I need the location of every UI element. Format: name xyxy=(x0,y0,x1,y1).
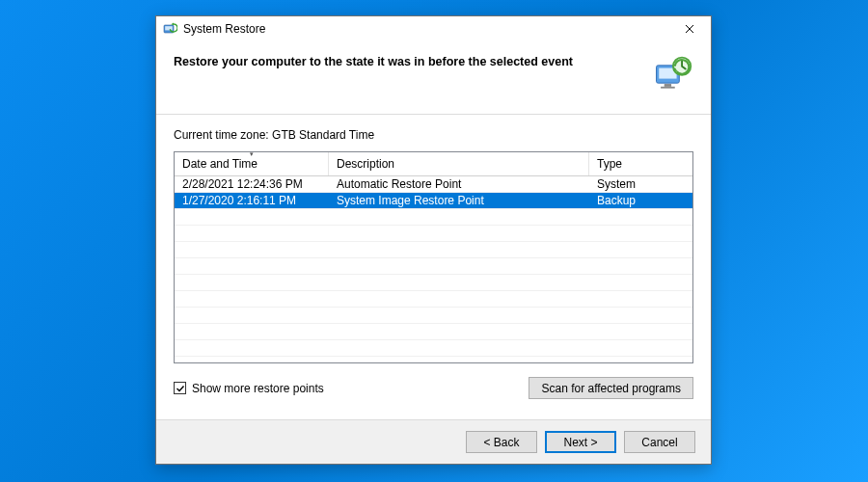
checkbox-box xyxy=(174,382,186,394)
table-row-empty xyxy=(175,275,692,291)
close-button[interactable] xyxy=(668,16,711,41)
show-more-label: Show more restore points xyxy=(192,382,324,395)
cancel-button[interactable]: Cancel xyxy=(624,431,695,453)
wizard-footer: < Back Next > Cancel xyxy=(156,419,711,464)
table-header: ▾ Date and Time Description Type xyxy=(175,152,692,176)
show-more-checkbox[interactable]: Show more restore points xyxy=(174,382,324,395)
table-row-empty xyxy=(175,209,692,226)
table-body: 2/28/2021 12:24:36 PM Automatic Restore … xyxy=(175,176,692,362)
restore-points-table: ▾ Date and Time Description Type 2/28/20… xyxy=(174,151,693,363)
system-restore-window: System Restore Restore your computer to … xyxy=(155,15,712,465)
restore-wizard-icon xyxy=(651,53,693,98)
cell-type: Backup xyxy=(589,193,692,208)
scan-affected-button[interactable]: Scan for affected programs xyxy=(529,377,693,399)
next-button[interactable]: Next > xyxy=(545,431,616,453)
titlebar: System Restore xyxy=(156,16,711,41)
svg-rect-4 xyxy=(665,84,671,87)
column-header-description[interactable]: Description xyxy=(329,152,589,175)
timezone-label: Current time zone: GTB Standard Time xyxy=(174,128,693,142)
wizard-headline: Restore your computer to the state it wa… xyxy=(174,53,573,68)
window-title: System Restore xyxy=(183,22,265,36)
table-row-empty xyxy=(175,324,692,340)
options-row: Show more restore points Scan for affect… xyxy=(174,377,693,399)
wizard-header: Restore your computer to the state it wa… xyxy=(156,41,711,115)
cell-description: Automatic Restore Point xyxy=(329,176,589,192)
table-row[interactable]: 1/27/2020 2:16:11 PM System Image Restor… xyxy=(175,193,692,209)
table-row[interactable]: 2/28/2021 12:24:36 PM Automatic Restore … xyxy=(175,176,692,193)
svg-rect-1 xyxy=(165,26,173,30)
column-header-datetime-label: Date and Time xyxy=(182,157,258,171)
column-header-type-label: Type xyxy=(597,157,622,171)
column-header-description-label: Description xyxy=(337,157,394,171)
cell-type: System xyxy=(589,176,692,192)
column-header-type[interactable]: Type xyxy=(589,152,692,175)
cell-datetime: 2/28/2021 12:24:36 PM xyxy=(175,176,329,192)
cell-description: System Image Restore Point xyxy=(329,193,589,208)
sort-indicator-desc-icon: ▾ xyxy=(250,151,254,157)
table-row-empty xyxy=(175,242,692,258)
table-row-empty xyxy=(175,308,692,324)
cell-datetime: 1/27/2020 2:16:11 PM xyxy=(175,193,329,208)
table-row-empty xyxy=(175,258,692,275)
table-row-empty xyxy=(175,291,692,308)
column-header-datetime[interactable]: ▾ Date and Time xyxy=(175,152,329,175)
table-row-empty xyxy=(175,340,692,357)
svg-rect-5 xyxy=(661,87,675,89)
wizard-content: Current time zone: GTB Standard Time ▾ D… xyxy=(156,115,711,419)
table-row-empty xyxy=(175,226,692,242)
back-button[interactable]: < Back xyxy=(466,431,537,453)
system-restore-icon xyxy=(162,21,177,37)
